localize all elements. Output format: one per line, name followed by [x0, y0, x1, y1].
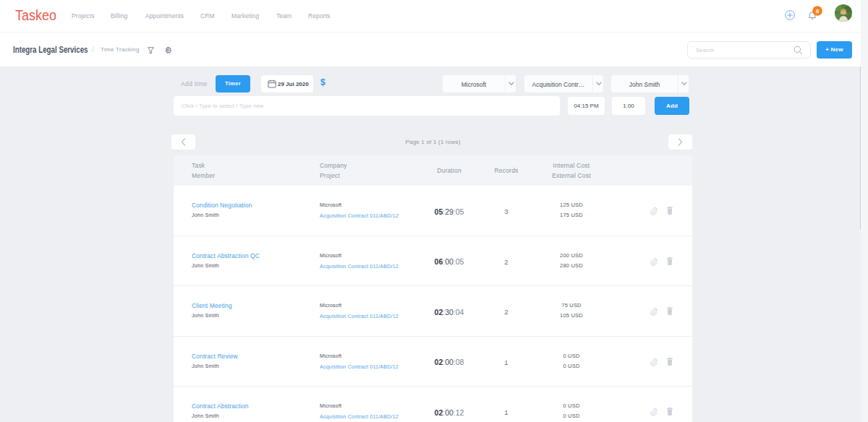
svg-text:8: 8 — [816, 8, 820, 14]
